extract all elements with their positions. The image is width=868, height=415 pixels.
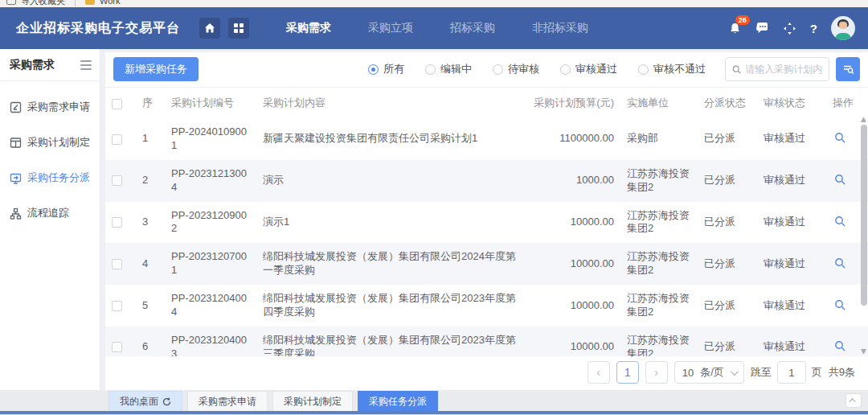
status-filter-radio[interactable]: 编辑中	[425, 62, 472, 76]
edit-form-icon	[10, 101, 22, 113]
view-row-button[interactable]	[833, 130, 847, 147]
page-number-button[interactable]: 1	[616, 361, 639, 384]
search-icon	[732, 64, 741, 75]
col-plan-content: 采购计划内容	[256, 88, 526, 118]
page-size-select[interactable]: 10 条/页	[674, 361, 744, 384]
search-box	[725, 57, 829, 81]
table-row: 1 PP-20240109001 新疆天聚建设投资集团有限责任公司采购计划1 1…	[105, 118, 868, 160]
row-checkbox[interactable]	[112, 175, 122, 186]
tab-task-dispatch[interactable]: 采购任务分派	[358, 391, 438, 411]
cell-seq: 4	[136, 243, 165, 285]
next-page-button[interactable]: ›	[645, 361, 668, 384]
cell-plan-content: 绵阳科技城发展投资（发展）集团有限公司2024年度第一季度采购	[256, 243, 526, 285]
avatar-shirt	[835, 33, 851, 40]
toolbar: 新增采购任务 所有 编辑中	[105, 52, 868, 88]
row-checkbox[interactable]	[112, 134, 122, 145]
sidebar: 采购需求 采购需求申请 采购计划制定 采购任务分派 流程追踪	[0, 49, 100, 390]
cell-unit: 江苏苏海投资集团2	[620, 160, 698, 202]
cell-audit-status: 审核通过	[757, 243, 826, 285]
collapse-menu-icon[interactable]	[80, 58, 92, 72]
jump-page-input[interactable]	[777, 361, 806, 384]
sidebar-item-plan-making[interactable]: 采购计划制定	[0, 125, 100, 160]
view-magnifier-icon	[834, 132, 845, 143]
main-nav: 采购需求 采购立项 招标采购 非招标采购	[286, 21, 588, 35]
apps-grid-button[interactable]	[228, 18, 249, 39]
sidebar-title: 采购需求	[10, 58, 55, 72]
cell-audit-status: 审核通过	[757, 202, 826, 244]
sidebar-item-demand-apply[interactable]: 采购需求申请	[0, 89, 100, 125]
view-row-button[interactable]	[833, 214, 847, 231]
status-filter-group: 所有 编辑中 待审核	[368, 62, 706, 76]
radio-icon	[493, 64, 503, 75]
status-filter-radio[interactable]: 审核通过	[560, 62, 617, 76]
prev-page-button[interactable]: ‹	[588, 361, 610, 384]
nav-bidding-procurement[interactable]: 招标采购	[450, 21, 495, 35]
pagination: ‹ 1 › 10 条/页 跳至 页 共9条	[105, 356, 868, 390]
cell-unit: 江苏苏海投资集团2	[620, 243, 698, 285]
nav-non-bidding-procurement[interactable]: 非招标采购	[532, 21, 588, 35]
add-task-button[interactable]: 新增采购任务	[113, 57, 199, 81]
fullscreen-button[interactable]	[783, 22, 796, 35]
cell-audit-status: 审核通过	[757, 160, 826, 202]
scrollbar-thumb[interactable]	[861, 125, 867, 306]
bookmark-folder-label[interactable]: Work	[100, 0, 120, 6]
scroll-up-icon[interactable]	[861, 117, 866, 122]
radio-icon	[425, 64, 436, 75]
status-filter-radio[interactable]: 所有	[368, 62, 404, 76]
select-all-checkbox[interactable]	[112, 99, 122, 109]
view-row-button[interactable]	[833, 298, 847, 314]
row-checkbox[interactable]	[112, 301, 122, 311]
page-jump: 跳至 页	[751, 361, 822, 384]
notifications-button[interactable]: 26	[728, 22, 742, 35]
status-filter-radio[interactable]: 待审核	[493, 62, 539, 76]
col-budget: 采购计划预算(元)	[526, 88, 620, 118]
advanced-search-button[interactable]	[836, 57, 860, 81]
collapse-tabs-button[interactable]	[845, 393, 862, 408]
col-plan-code: 采购计划编号	[165, 88, 256, 118]
radio-icon	[638, 64, 649, 75]
refresh-icon[interactable]	[162, 397, 171, 406]
tab-plan-making[interactable]: 采购计划制定	[272, 391, 353, 411]
status-filter-radio[interactable]: 审核不通过	[638, 62, 706, 76]
folder-icon[interactable]	[85, 0, 95, 5]
col-unit: 实施单位	[620, 88, 698, 118]
nav-procurement-initiation[interactable]: 采购立项	[368, 21, 413, 35]
tab-demand-apply[interactable]: 采购需求申请	[187, 391, 268, 411]
view-row-button[interactable]	[833, 339, 847, 355]
cell-budget: 1100000.00	[526, 118, 620, 160]
app-title: 企业招标采购电子交易平台	[0, 20, 199, 37]
row-checkbox[interactable]	[112, 259, 122, 269]
help-button[interactable]: ?	[810, 22, 817, 35]
view-row-button[interactable]	[833, 256, 847, 273]
home-button[interactable]	[199, 18, 220, 39]
row-checkbox[interactable]	[112, 217, 122, 228]
total-count-label: 共9条	[829, 365, 855, 380]
nav-procurement-demand[interactable]: 采购需求	[286, 21, 331, 35]
table-scrollbar[interactable]	[860, 117, 867, 355]
view-row-button[interactable]	[833, 172, 847, 189]
view-magnifier-icon	[834, 257, 845, 269]
cell-plan-content: 绵阳科技城发展投资（发展）集团有限公司2023年度第四季度采购	[256, 285, 526, 327]
import-bookmarks-icon[interactable]	[6, 0, 16, 5]
search-input[interactable]	[745, 64, 822, 75]
radio-icon	[368, 64, 379, 75]
row-checkbox[interactable]	[112, 342, 122, 352]
list-search-icon	[842, 64, 854, 76]
sidebar-item-task-dispatch[interactable]: 采购任务分派	[0, 160, 100, 195]
cell-seq: 2	[136, 160, 165, 202]
tab-my-desktop[interactable]: 我的桌面	[108, 391, 182, 411]
view-magnifier-icon	[834, 216, 845, 227]
cell-audit-status: 审核通过	[757, 327, 826, 356]
import-bookmarks-label[interactable]: 导入收藏夹	[21, 0, 65, 7]
chevron-down-icon	[731, 368, 739, 376]
messages-button[interactable]	[755, 22, 769, 35]
cell-plan-code: PP-20231207001	[165, 243, 256, 285]
user-avatar[interactable]	[831, 16, 855, 40]
scroll-down-icon[interactable]	[861, 349, 866, 355]
opened-tabs-bar: 我的桌面 采购需求申请 采购计划制定 采购任务分派	[0, 390, 868, 411]
sidebar-item-process-tracking[interactable]: 流程追踪	[0, 195, 100, 231]
col-audit-status: 审核状态	[757, 88, 826, 118]
flow-tracking-icon	[10, 208, 22, 220]
bookmarks-divider	[75, 0, 76, 6]
cell-budget: 10000.00	[526, 243, 620, 285]
